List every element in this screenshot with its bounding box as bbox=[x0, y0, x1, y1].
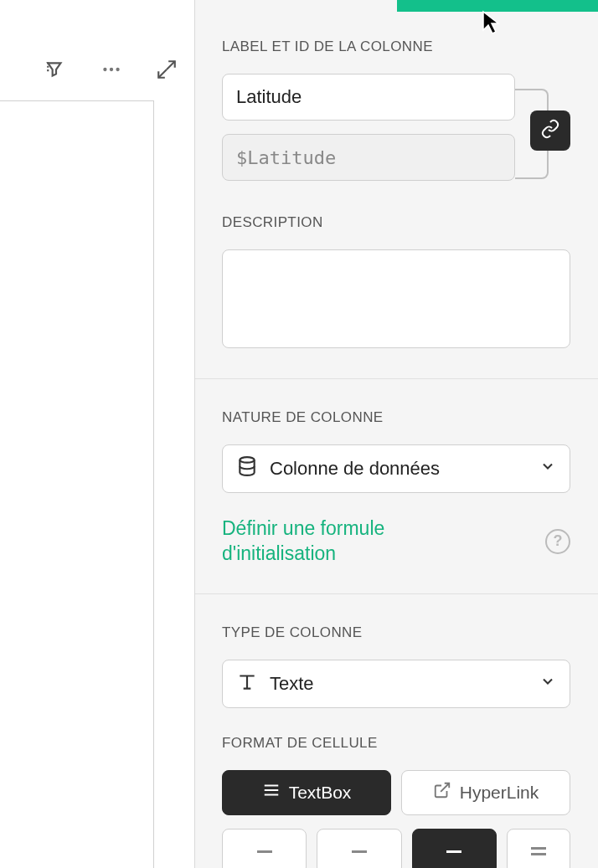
svg-rect-4 bbox=[257, 850, 272, 853]
document-edge bbox=[0, 100, 154, 868]
svg-point-2 bbox=[116, 68, 119, 71]
mouse-cursor bbox=[482, 10, 503, 40]
svg-rect-8 bbox=[531, 853, 546, 855]
link-icon bbox=[540, 119, 560, 142]
help-button[interactable]: ? bbox=[545, 529, 570, 554]
type-select[interactable]: Texte bbox=[222, 660, 570, 708]
type-select-value: Texte bbox=[270, 673, 314, 695]
align-option-1[interactable] bbox=[222, 829, 307, 868]
nature-select[interactable]: Colonne de données bbox=[222, 444, 570, 493]
divider bbox=[195, 378, 598, 379]
nature-select-value: Colonne de données bbox=[270, 458, 440, 480]
filter-icon[interactable] bbox=[45, 59, 67, 80]
expand-icon[interactable] bbox=[156, 59, 178, 80]
svg-rect-7 bbox=[531, 847, 546, 850]
define-formula-link[interactable]: Définir une formule d'initialisation bbox=[222, 516, 473, 567]
align-option-4[interactable] bbox=[507, 829, 570, 868]
section-label-id: LABEL ET ID DE LA COLONNE bbox=[222, 39, 571, 55]
section-description: DESCRIPTION bbox=[222, 214, 571, 231]
properties-panel: LABEL ET ID DE LA COLONNE DESCRIPTION NA… bbox=[194, 0, 598, 868]
chevron-down-icon bbox=[539, 673, 556, 695]
chevron-down-icon bbox=[539, 458, 556, 480]
link-toggle-button[interactable] bbox=[530, 110, 570, 151]
column-label-input[interactable] bbox=[222, 74, 515, 121]
cell-format-textbox-label: TextBox bbox=[289, 783, 352, 803]
svg-rect-5 bbox=[352, 850, 367, 853]
description-textarea[interactable] bbox=[222, 249, 570, 348]
textbox-icon bbox=[262, 781, 281, 804]
text-type-icon bbox=[236, 670, 258, 697]
column-id-input[interactable] bbox=[222, 134, 515, 181]
divider bbox=[195, 593, 598, 594]
align-option-3[interactable] bbox=[412, 829, 497, 868]
cell-format-hyperlink[interactable]: HyperLink bbox=[401, 770, 570, 815]
database-icon bbox=[236, 455, 258, 482]
svg-point-1 bbox=[110, 68, 113, 71]
section-nature: NATURE DE COLONNE bbox=[222, 409, 571, 426]
help-icon: ? bbox=[554, 532, 563, 550]
cell-format-hyperlink-label: HyperLink bbox=[460, 783, 539, 803]
align-option-2[interactable] bbox=[317, 829, 401, 868]
svg-rect-6 bbox=[446, 850, 461, 853]
external-link-icon bbox=[433, 781, 451, 804]
section-type: TYPE DE COLONNE bbox=[222, 624, 571, 641]
svg-point-3 bbox=[240, 457, 254, 463]
more-icon[interactable] bbox=[101, 59, 122, 80]
label-id-group bbox=[222, 74, 571, 181]
cell-format-textbox[interactable]: TextBox bbox=[222, 770, 391, 815]
left-pane bbox=[0, 0, 194, 868]
section-cell-format: FORMAT DE CELLULE bbox=[222, 735, 571, 752]
svg-point-0 bbox=[103, 68, 106, 71]
